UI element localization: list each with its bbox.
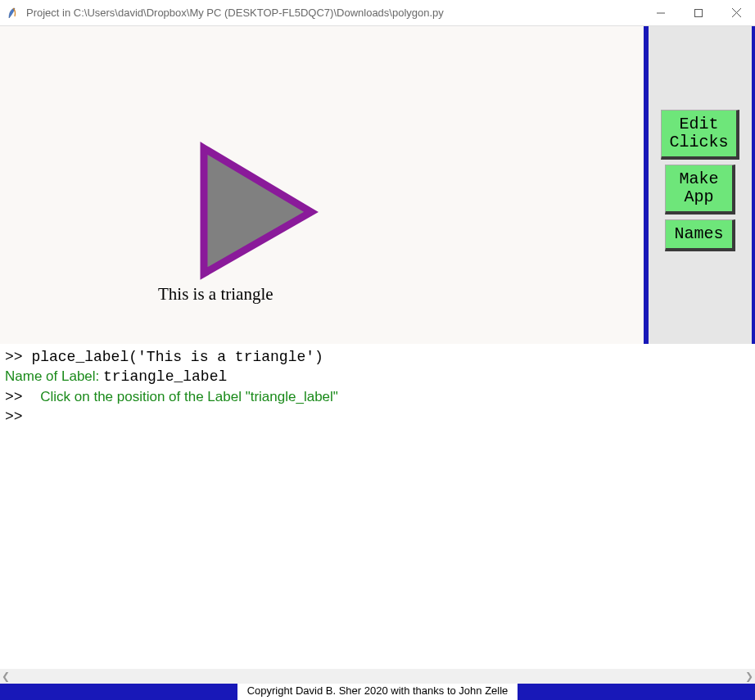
edit-clicks-button[interactable]: Edit Clicks (661, 110, 739, 160)
console-line: >> place_label('This is a triangle') (5, 347, 750, 367)
titlebar: Project in C:\Users\david\Dropbox\My PC … (0, 0, 755, 26)
console-message: Click on the position of the Label "tria… (40, 389, 338, 404)
maximize-button[interactable] (680, 0, 717, 26)
console-prompt: >> (5, 349, 31, 365)
minimize-button[interactable] (642, 0, 680, 26)
make-app-button[interactable]: Make App (665, 165, 735, 215)
scroll-right-icon[interactable]: ❯ (745, 671, 753, 682)
console-label-value: triangle_label (103, 368, 227, 385)
console-prompt: >> (5, 389, 40, 405)
close-button[interactable] (717, 0, 755, 26)
triangle-shape (204, 148, 311, 273)
console-line: >> Click on the position of the Label "t… (5, 387, 750, 407)
scroll-left-icon[interactable]: ❮ (2, 671, 10, 682)
footer: Copyright David B. Sher 2020 with thanks… (0, 684, 755, 700)
side-panel: Edit Clicks Make App Names (649, 26, 752, 344)
drawing-canvas[interactable]: This is a triangle (0, 26, 644, 344)
footer-text: Copyright David B. Sher 2020 with thanks… (237, 684, 518, 700)
console-line: Name of Label: triangle_label (5, 367, 750, 386)
console-label-prompt: Name of Label: (5, 368, 103, 384)
console-command: place_label('This is a triangle') (31, 349, 323, 365)
svg-rect-1 (695, 9, 703, 16)
app-body: This is a triangle Edit Clicks Make App … (0, 26, 755, 700)
horizontal-scrollbar[interactable]: ❮ ❯ (0, 669, 755, 684)
canvas-svg (0, 26, 644, 344)
console-prompt: >> (5, 409, 23, 425)
window-title: Project in C:\Users\david\Dropbox\My PC … (26, 7, 642, 19)
triangle-label: This is a triangle (158, 284, 274, 305)
upper-pane: This is a triangle Edit Clicks Make App … (0, 26, 755, 344)
names-button[interactable]: Names (665, 219, 735, 251)
console-line: >> (5, 407, 750, 427)
app-icon (7, 7, 20, 20)
console-area[interactable]: >> place_label('This is a triangle') Nam… (0, 344, 755, 669)
